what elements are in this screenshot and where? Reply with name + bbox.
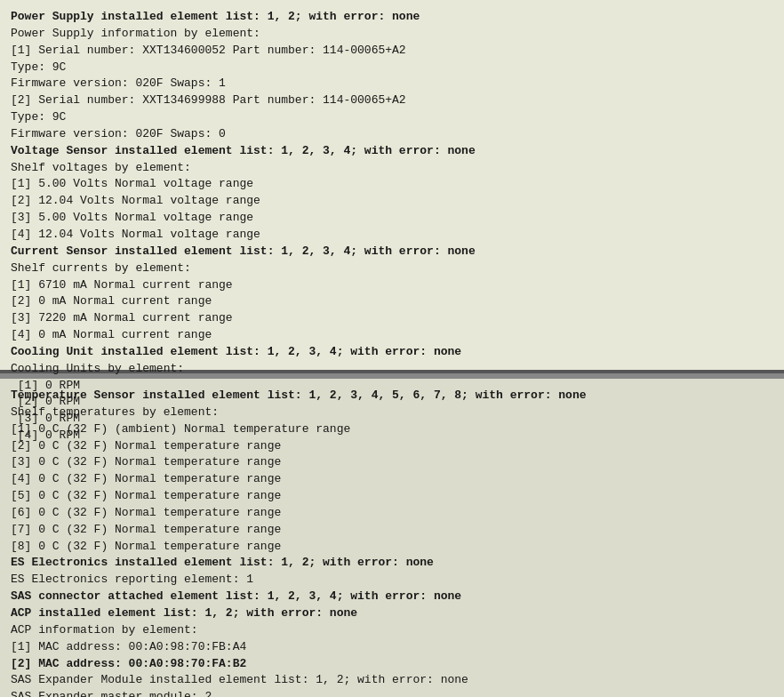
terminal-line: SAS Expander Module installed element li…: [11, 672, 773, 689]
terminal-line: [2] Serial number: XXT134699988 Part num…: [11, 92, 773, 109]
terminal-line: [5] 0 C (32 F) Normal temperature range: [11, 488, 773, 505]
terminal-line: [8] 0 C (32 F) Normal temperature range: [11, 539, 773, 556]
terminal-line: [4] 0 C (32 F) Normal temperature range: [11, 471, 773, 488]
terminal-line: SAS connector attached element list: 1, …: [11, 589, 773, 605]
terminal-line: [3] 5.00 Volts Normal voltage range: [11, 210, 773, 227]
terminal-line: Power Supply information by element:: [11, 26, 773, 43]
terminal-line: [2] MAC address: 00:A0:98:70:FA:B2: [11, 656, 773, 673]
terminal-line: [3] 0 C (32 F) Normal temperature range: [11, 454, 773, 471]
terminal-line: [2] 0 mA Normal current range: [11, 293, 773, 310]
terminal-line: [6] 0 C (32 F) Normal temperature range: [11, 505, 773, 522]
terminal-top: Power Supply installed element list: 1, …: [0, 0, 784, 373]
terminal-line: Firmware version: 020F Swaps: 0: [11, 126, 773, 143]
terminal-line: [2] 12.04 Volts Normal voltage range: [11, 193, 773, 210]
terminal-line: [3] 7220 mA Normal current range: [11, 310, 773, 327]
terminal-line: [7] 0 C (32 F) Normal temperature range: [11, 522, 773, 539]
terminal-line: Voltage Sensor installed element list: 1…: [11, 143, 773, 160]
terminal-line: Shelf temperatures by element:: [11, 405, 773, 421]
terminal-line: Current Sensor installed element list: 1…: [11, 244, 773, 260]
terminal-line: Power Supply installed element list: 1, …: [11, 9, 773, 26]
terminal-line: Type: 9C: [11, 60, 773, 76]
terminal-line: Cooling Unit installed element list: 1, …: [11, 344, 773, 361]
terminal-line: [1] Serial number: XXT134600052 Part num…: [11, 43, 773, 60]
terminal-line: ACP installed element list: 1, 2; with e…: [11, 605, 773, 622]
terminal-line: SAS Expander master module: 2: [11, 689, 773, 697]
terminal-line: [2] 0 C (32 F) Normal temperature range: [11, 438, 773, 455]
terminal-line: Temperature Sensor installed element lis…: [11, 388, 773, 405]
terminal-line: [1] 6710 mA Normal current range: [11, 277, 773, 294]
terminal-bottom: Temperature Sensor installed element lis…: [0, 379, 784, 697]
terminal-line: Shelf currents by element:: [11, 260, 773, 277]
terminal-line: ES Electronics installed element list: 1…: [11, 555, 773, 572]
terminal-line: Shelf voltages by element:: [11, 160, 773, 177]
terminal-line: [1] 5.00 Volts Normal voltage range: [11, 176, 773, 193]
terminal-line: [4] 12.04 Volts Normal voltage range: [11, 227, 773, 244]
terminal-line: Type: 9C: [11, 109, 773, 126]
terminal-line: ACP information by element:: [11, 622, 773, 639]
terminal-line: Firmware version: 020F Swaps: 1: [11, 76, 773, 92]
terminal-line: [1] MAC address: 00:A0:98:70:FB:A4: [11, 639, 773, 656]
terminal-line: [1] 0 C (32 F) (ambient) Normal temperat…: [11, 421, 773, 438]
terminal-line: [4] 0 mA Normal current range: [11, 327, 773, 344]
terminal-line: ES Electronics reporting element: 1: [11, 572, 773, 589]
